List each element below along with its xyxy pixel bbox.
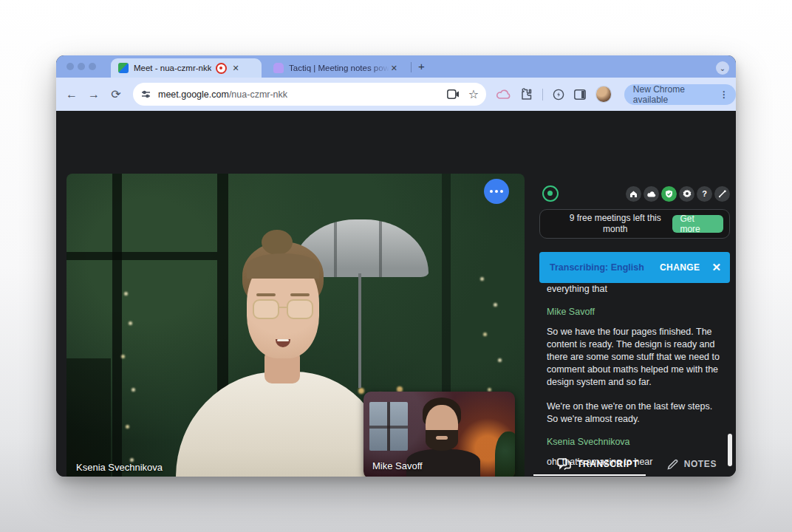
- performance-icon[interactable]: [553, 89, 564, 100]
- toolbar-divider: [542, 89, 543, 100]
- browser-window: Meet - nua-czmr-nkk ✕ Tactiq | Meeting n…: [56, 55, 736, 477]
- tab-transcript[interactable]: TRANSCRIPT: [557, 458, 638, 470]
- tactiq-tab-bar: TRANSCRIPT NOTES: [533, 453, 736, 475]
- cloud-upload-icon[interactable]: [644, 186, 659, 202]
- tab-close-icon[interactable]: ✕: [389, 64, 403, 73]
- transcript-paragraph: So we have the four pages finished. The …: [547, 326, 724, 389]
- active-tab-underline: [533, 474, 646, 476]
- chrome-menu-icon[interactable]: ⋮: [717, 89, 731, 100]
- participant-name-label: Ksenia Svechnikova: [76, 462, 163, 473]
- home-icon[interactable]: [626, 186, 641, 202]
- quota-banner: 9 free meetings left this month Get more: [539, 209, 730, 239]
- banner-close-icon[interactable]: ✕: [711, 261, 721, 274]
- transcript-speaker: Mike Savoff: [547, 306, 724, 318]
- back-button[interactable]: ←: [61, 88, 83, 101]
- extension-cloud-icon[interactable]: [496, 89, 511, 100]
- pencil-icon: [667, 459, 678, 470]
- tab-divider: [411, 62, 412, 72]
- pin-icon[interactable]: [714, 186, 730, 202]
- bookmark-star-icon[interactable]: ☆: [468, 87, 479, 101]
- transcript-panel[interactable]: everything that Mike Savoff So we have t…: [547, 283, 724, 477]
- pip-plant: [495, 432, 515, 477]
- tab-search-chevron-icon[interactable]: ⌄: [716, 61, 729, 75]
- transcribing-banner: Transcribing: English CHANGE ✕: [539, 252, 730, 283]
- url-path: /nua-czmr-nkk: [229, 89, 287, 100]
- tactiq-sidebar: ? 9 free meetings left this month Get mo…: [533, 174, 736, 477]
- tab-tactiq[interactable]: Tactiq | Meeting notes powe ✕: [266, 58, 403, 78]
- pip-video-tile[interactable]: Mike Savoff: [363, 392, 515, 477]
- tactiq-header: ?: [533, 181, 736, 206]
- get-more-button[interactable]: Get more: [672, 215, 723, 233]
- transcribing-status-label: Transcribing: English: [550, 262, 644, 273]
- transcript-paragraph: We're on the we're on the last few steps…: [547, 400, 724, 426]
- string-lights: [124, 292, 128, 296]
- doorway-shadow: [66, 358, 111, 477]
- tab-close-icon[interactable]: ✕: [231, 64, 245, 73]
- umbrella-pole: [358, 273, 361, 388]
- floating-options-button[interactable]: [484, 179, 509, 204]
- desktop: Meet - nua-czmr-nkk ✕ Tactiq | Meeting n…: [0, 0, 792, 532]
- tab-transcript-label: TRANSCRIPT: [577, 459, 638, 469]
- quota-text: 9 free meetings left this month: [558, 213, 672, 235]
- side-panel-icon[interactable]: [574, 89, 586, 100]
- pip-mouth: [436, 436, 448, 440]
- profile-avatar[interactable]: [595, 86, 612, 103]
- camera-permission-icon[interactable]: [447, 89, 460, 99]
- glasses-lens: [253, 299, 279, 319]
- glasses-lens: [287, 299, 313, 319]
- tab-notes-label: NOTES: [684, 459, 717, 469]
- main-video-tile: Ksenia Svechnikova Mike Savoff: [66, 174, 525, 477]
- tab-notes[interactable]: NOTES: [667, 459, 717, 470]
- window-frame: [66, 252, 217, 260]
- traffic-zoom-button[interactable]: [89, 63, 96, 70]
- transcript-partial: everything that: [547, 283, 724, 296]
- participant-body: [176, 372, 387, 477]
- participant-hair-bun: [262, 230, 293, 255]
- change-language-button[interactable]: CHANGE: [660, 262, 700, 273]
- tab-title: Meet - nua-czmr-nkk: [134, 64, 211, 72]
- traffic-close-button[interactable]: [66, 63, 74, 70]
- shield-check-icon[interactable]: [661, 186, 677, 202]
- update-chrome-chip[interactable]: New Chrome available ⋮: [624, 84, 736, 105]
- transcript-speaker: Ksenia Svechnikova: [547, 436, 724, 449]
- participant-hairline: [247, 253, 319, 279]
- browser-toolbar: ← → ⟳ meet.google.com/nua-czmr-nkk ☆: [56, 78, 736, 111]
- window-frame: [112, 174, 122, 477]
- glasses-bridge: [279, 307, 287, 308]
- new-tab-button[interactable]: +: [418, 60, 425, 72]
- settings-gear-icon[interactable]: [679, 186, 694, 202]
- string-lights: [480, 277, 484, 281]
- eyebrow: [290, 293, 310, 296]
- tactiq-logo-icon: [542, 185, 559, 202]
- meet-page: Ksenia Svechnikova Mike Savoff: [56, 111, 736, 477]
- site-settings-icon[interactable]: [140, 89, 151, 100]
- forward-button[interactable]: →: [83, 88, 105, 101]
- url-host: meet.google.com: [158, 89, 229, 100]
- tactiq-favicon-icon: [273, 63, 284, 73]
- extensions-puzzle-icon[interactable]: [520, 88, 533, 100]
- recording-indicator-icon: [216, 63, 227, 74]
- tab-strip: Meet - nua-czmr-nkk ✕ Tactiq | Meeting n…: [56, 55, 736, 78]
- reload-button[interactable]: ⟳: [105, 87, 127, 101]
- sidebar-scrollbar[interactable]: [728, 434, 732, 466]
- chat-bubbles-icon: [557, 458, 571, 470]
- tab-meet[interactable]: Meet - nua-czmr-nkk ✕: [111, 58, 262, 78]
- update-chip-label: New Chrome available: [633, 84, 717, 105]
- pip-name-label: Mike Savoff: [372, 460, 423, 471]
- eyebrow: [256, 293, 276, 296]
- meet-favicon-icon: [118, 63, 129, 73]
- candles: [358, 388, 364, 394]
- help-icon[interactable]: ?: [697, 186, 712, 202]
- tab-title: Tactiq | Meeting notes powe: [289, 64, 389, 72]
- pip-window: [369, 402, 408, 451]
- address-bar[interactable]: meet.google.com/nua-czmr-nkk ☆: [133, 83, 486, 106]
- traffic-minimize-button[interactable]: [78, 63, 85, 70]
- pip-beard: [426, 430, 458, 451]
